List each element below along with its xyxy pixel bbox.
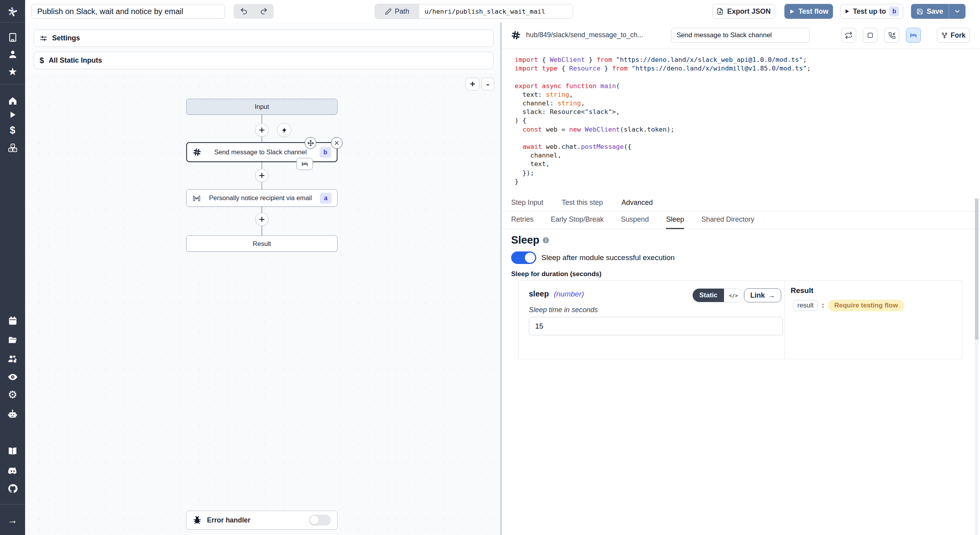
info-icon[interactable] (542, 237, 550, 244)
form-divider (784, 281, 785, 359)
tab-step-input[interactable]: Step Input (511, 199, 543, 211)
scrollbar-thumb[interactable] (975, 199, 978, 340)
settings-gear-icon[interactable]: ⚙ (0, 387, 25, 403)
sidebar-separator (0, 504, 25, 504)
retries-toolbar-button[interactable] (841, 28, 856, 43)
schedules-calendar-icon[interactable] (0, 313, 25, 328)
bug-icon (193, 516, 201, 524)
windmill-logo-icon[interactable] (0, 4, 25, 20)
sleep-time-input[interactable] (529, 317, 783, 335)
sleep-section-header: Sleep (511, 234, 550, 246)
flow-settings-bar[interactable]: Settings (34, 29, 494, 47)
suspend-toolbar-button[interactable] (884, 28, 899, 43)
redo-icon[interactable] (254, 7, 274, 15)
subtab-retries[interactable]: Retries (511, 215, 534, 229)
trigger-bolt-button[interactable] (277, 123, 291, 137)
error-handler-toggle[interactable] (309, 515, 331, 526)
sidebar: ★ $ ⚙ (0, 0, 25, 535)
audit-eye-icon[interactable] (0, 369, 25, 385)
resources-cubes-icon[interactable] (0, 140, 25, 155)
sleep-indicator-button[interactable] (296, 158, 313, 170)
discord-icon[interactable] (0, 463, 25, 479)
zoom-out-button[interactable]: - (481, 78, 494, 90)
email-step-node[interactable]: Personally notice recipient via email a (186, 189, 338, 207)
path-value[interactable]: u/henri/publish_slack_wait_mail (419, 4, 573, 18)
error-handler-label: Error handler (207, 516, 250, 524)
delete-step-button[interactable] (331, 137, 343, 149)
tab-advanced[interactable]: Advanced (621, 199, 653, 211)
groups-users-gear-icon[interactable] (0, 351, 25, 367)
test-flow-button[interactable]: Test flow (784, 4, 833, 19)
save-dropdown-button[interactable] (949, 4, 965, 19)
sidebar-separator (0, 84, 25, 85)
phone-incoming-icon (888, 32, 896, 39)
save-button[interactable]: Save (911, 4, 949, 19)
add-step-button[interactable] (255, 213, 269, 226)
github-icon[interactable] (0, 481, 25, 496)
home-icon[interactable] (0, 93, 25, 108)
sleep-field-name: sleep (number) (529, 289, 584, 298)
flow-panel: Settings $ All Static Inputs + - Input (25, 22, 500, 535)
add-step-button[interactable] (255, 169, 269, 182)
file-export-icon (717, 8, 724, 15)
settings-label: Settings (52, 34, 80, 42)
undo-icon[interactable] (234, 7, 254, 15)
static-inputs-bar[interactable]: $ All Static Inputs (34, 52, 494, 69)
add-step-button[interactable] (255, 123, 269, 137)
variables-dollar-icon[interactable]: $ (0, 122, 25, 138)
runs-play-icon[interactable] (0, 107, 25, 123)
field-type-text: (number) (554, 290, 584, 298)
subtab-sleep[interactable]: Sleep (666, 215, 684, 229)
subtab-early-stop[interactable]: Early Stop/Break (551, 215, 604, 229)
stop-square-icon (867, 32, 874, 39)
path-edit-button[interactable]: Path (375, 4, 419, 18)
dollar-icon: $ (40, 56, 44, 65)
plus-icon (258, 172, 265, 179)
play-icon (789, 9, 795, 14)
sleep-toggle[interactable] (511, 251, 536, 264)
error-handler-node[interactable]: Error handler (186, 511, 338, 530)
flow-title-input[interactable] (31, 4, 225, 19)
close-icon (334, 140, 339, 146)
subtab-shared-directory[interactable]: Shared Directory (701, 215, 754, 229)
bed-icon (301, 160, 309, 168)
flow-canvas[interactable]: + - Input Send message to Slack channel … (25, 73, 500, 535)
subtab-suspend[interactable]: Suspend (621, 215, 649, 229)
zoom-in-button[interactable]: + (466, 78, 479, 90)
workers-robot-icon[interactable] (0, 406, 25, 422)
sleep-form: sleep (number) Static </> Link → Sleep t… (518, 280, 962, 359)
result-row: result : Require testing flow (793, 300, 904, 311)
docs-book-icon[interactable] (0, 443, 25, 459)
tab-test-this-step[interactable]: Test this step (562, 199, 603, 211)
input-node[interactable]: Input (186, 99, 338, 115)
test-up-to-button[interactable]: Test up to b (840, 4, 903, 19)
folders-icon[interactable] (0, 332, 25, 348)
link-button[interactable]: Link → (744, 288, 781, 302)
result-node-label: Result (253, 240, 271, 248)
code-editor[interactable]: import { WebClient } from "https://deno.… (515, 56, 811, 186)
path-field: Path u/henri/publish_slack_wait_mail (375, 4, 573, 19)
static-mode-button[interactable]: Static (693, 289, 724, 302)
code-mode-button[interactable]: </> (724, 289, 742, 302)
save-icon (916, 8, 923, 15)
sleep-toolbar-button[interactable] (906, 28, 921, 43)
move-step-button[interactable] (305, 137, 316, 149)
sleep-duration-label: Sleep for duration (seconds) (511, 270, 601, 278)
pencil-icon (385, 8, 392, 15)
hub-script-path[interactable]: hub/849/slack/send_message_to_ch... (526, 31, 643, 39)
sidebar-separator (0, 22, 25, 23)
fork-button[interactable]: Fork (937, 28, 970, 43)
advanced-subtabs: Retries Early Stop/Break Suspend Sleep S… (502, 215, 980, 229)
expand-arrow-icon[interactable]: → (0, 512, 25, 528)
workspace-building-icon[interactable] (0, 29, 25, 45)
step-summary-input[interactable] (671, 28, 809, 43)
export-json-button[interactable]: Export JSON (712, 4, 775, 19)
favorites-star-icon[interactable]: ★ (0, 64, 25, 80)
result-colon: : (822, 302, 824, 309)
plus-icon (258, 127, 265, 134)
test-flow-label: Test flow (799, 7, 829, 16)
early-stop-toolbar-button[interactable] (863, 28, 878, 43)
user-icon[interactable] (0, 46, 25, 62)
result-node[interactable]: Result (186, 235, 338, 252)
static-inputs-label: All Static Inputs (49, 56, 102, 65)
